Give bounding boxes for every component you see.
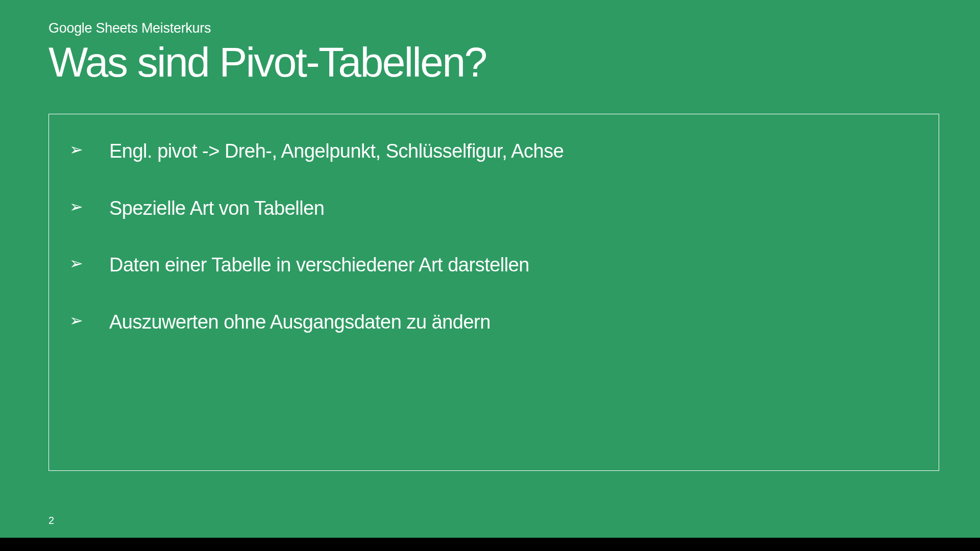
- list-item: ➢ Daten einer Tabelle in verschiedener A…: [64, 254, 911, 277]
- list-item: ➢ Engl. pivot -> Dreh-, Angelpunkt, Schl…: [64, 140, 911, 163]
- bullet-text: Daten einer Tabelle in verschiedener Art…: [109, 254, 529, 277]
- bullet-text: Engl. pivot -> Dreh-, Angelpunkt, Schlüs…: [109, 140, 564, 163]
- bullet-text: Spezielle Art von Tabellen: [109, 197, 324, 220]
- bottom-bar: [0, 538, 980, 551]
- list-item: ➢ Auszuwerten ohne Ausgangsdaten zu ände…: [64, 311, 911, 334]
- bullet-icon: ➢: [69, 254, 84, 273]
- slide: Google Sheets Meisterkurs Was sind Pivot…: [0, 0, 980, 538]
- slide-subtitle: Google Sheets Meisterkurs: [48, 20, 939, 36]
- bullet-icon: ➢: [69, 140, 84, 159]
- content-box: ➢ Engl. pivot -> Dreh-, Angelpunkt, Schl…: [48, 114, 939, 471]
- bullet-text: Auszuwerten ohne Ausgangsdaten zu ändern: [109, 311, 491, 334]
- slide-title: Was sind Pivot-Tabellen?: [48, 41, 939, 83]
- list-item: ➢ Spezielle Art von Tabellen: [64, 197, 911, 220]
- bullet-icon: ➢: [69, 197, 84, 216]
- page-number: 2: [48, 515, 54, 527]
- bullet-icon: ➢: [69, 311, 84, 330]
